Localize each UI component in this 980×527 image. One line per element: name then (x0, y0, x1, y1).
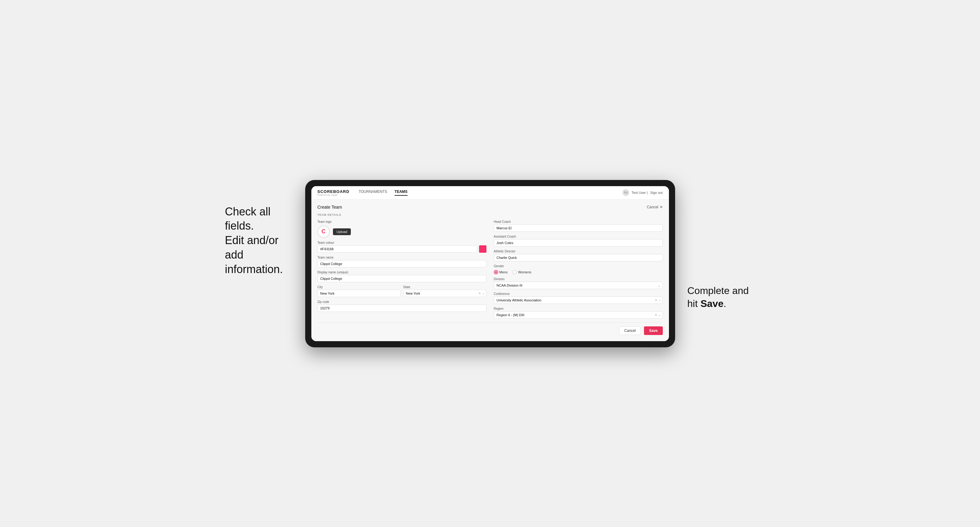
head-coach-input[interactable] (494, 224, 663, 232)
sign-out-link[interactable]: Sign out (650, 191, 662, 194)
form-footer: Cancel Save (318, 322, 663, 336)
assistant-coach-label: Assistant Coach (494, 235, 663, 238)
upload-button[interactable]: Upload (333, 229, 351, 235)
team-name-label: Team name (318, 256, 487, 259)
gender-radio-group: Mens Womens (494, 270, 663, 274)
app-logo: SCOREBOARD (318, 189, 350, 194)
conference-label: Conference (494, 292, 663, 295)
region-select[interactable]: Region II - (M) DIII (494, 311, 663, 319)
form-left: Team logo C Upload Team colour (318, 220, 487, 319)
division-select-wrapper: NCAA Division III ⌄ (494, 282, 663, 289)
form-grid: Team logo C Upload Team colour (318, 220, 663, 319)
region-label: Region (494, 307, 663, 310)
region-clear-icon[interactable]: × (655, 313, 657, 317)
state-dropdown-icon[interactable]: ⌄ (482, 292, 485, 295)
annotation-right: Complete and hit Save. (687, 284, 761, 310)
close-icon: ✕ (660, 205, 663, 209)
city-label: City (318, 286, 401, 289)
conference-field: Conference University Athletic Associati… (494, 292, 663, 304)
city-field: City (318, 286, 401, 297)
tablet-frame: SCOREBOARD Powered by clippd TOURNAMENTS… (305, 180, 675, 347)
division-field: Division NCAA Division III ⌄ (494, 277, 663, 289)
user-avatar: TU (622, 189, 629, 196)
conference-dropdown-icon[interactable]: ⌄ (659, 298, 661, 302)
tablet-screen: SCOREBOARD Powered by clippd TOURNAMENTS… (311, 186, 669, 341)
save-button[interactable]: Save (644, 326, 662, 335)
logo-area: SCOREBOARD Powered by clippd (318, 189, 350, 196)
state-clear-icon[interactable]: × (479, 291, 480, 295)
city-state-row: City State New York × (318, 286, 487, 297)
conference-select[interactable]: University Athletic Association (494, 297, 663, 304)
form-right: Head Coach Assistant Coach Athletic Dire… (494, 220, 663, 319)
region-field: Region Region II - (M) DIII × ⌄ (494, 307, 663, 319)
conference-clear-icon[interactable]: × (655, 298, 657, 302)
logo-subtitle: Powered by clippd (318, 194, 350, 196)
color-input-wrapper (318, 245, 487, 253)
team-colour-label: Team colour (318, 241, 487, 244)
display-name-label: Display name (unique) (318, 271, 487, 274)
state-label: State (403, 286, 487, 289)
gender-field: Gender Mens Womens (494, 264, 663, 274)
nav-user-area: TU Test User | Sign out (622, 189, 663, 196)
zip-input[interactable] (318, 305, 487, 312)
head-coach-field: Head Coach (494, 220, 663, 232)
nav-bar: SCOREBOARD Powered by clippd TOURNAMENTS… (311, 186, 669, 200)
state-select[interactable]: New York (403, 290, 487, 297)
head-coach-label: Head Coach (494, 220, 663, 224)
top-cancel-link[interactable]: Cancel ✕ (647, 205, 662, 209)
section-label: TEAM DETAILS (318, 213, 663, 216)
gender-womens-option[interactable]: Womens (512, 270, 531, 274)
assistant-coach-input[interactable] (494, 239, 663, 246)
athletic-director-field: Athletic Director (494, 250, 663, 261)
display-name-input[interactable] (318, 275, 487, 282)
team-logo-field: Team logo C Upload (318, 220, 487, 238)
city-input[interactable] (318, 290, 401, 297)
annotation-left: Check all fields. Edit and/or add inform… (225, 205, 299, 277)
division-select[interactable]: NCAA Division III (494, 282, 663, 289)
region-select-wrapper: Region II - (M) DIII × ⌄ (494, 311, 663, 319)
assistant-coach-field: Assistant Coach (494, 235, 663, 246)
user-label: Test User | (632, 191, 648, 194)
display-name-field: Display name (unique) (318, 271, 487, 282)
team-colour-input[interactable] (318, 245, 477, 253)
nav-teams[interactable]: TEAMS (395, 189, 407, 196)
team-name-field: Team name (318, 256, 487, 268)
zip-field: Zip code (318, 300, 487, 312)
gender-label: Gender (494, 264, 663, 268)
conference-select-wrapper: University Athletic Association × ⌄ (494, 297, 663, 304)
team-logo-circle: C (318, 225, 330, 238)
page-header: Create Team Cancel ✕ (318, 205, 663, 210)
state-select-wrapper: New York × ⌄ (403, 290, 487, 297)
team-logo-label: Team logo (318, 220, 487, 224)
nav-links: TOURNAMENTS TEAMS (358, 189, 622, 196)
womens-radio[interactable] (512, 270, 517, 274)
athletic-director-label: Athletic Director (494, 250, 663, 253)
division-label: Division (494, 277, 663, 281)
athletic-director-input[interactable] (494, 254, 663, 261)
logo-upload-area: C Upload (318, 225, 487, 238)
zip-label: Zip code (318, 300, 487, 303)
state-field: State New York × ⌄ (403, 286, 487, 297)
cancel-button[interactable]: Cancel (619, 326, 641, 335)
region-dropdown-icon[interactable]: ⌄ (659, 313, 661, 316)
mens-radio[interactable] (494, 270, 498, 274)
gender-mens-option[interactable]: Mens (494, 270, 508, 274)
team-name-input[interactable] (318, 260, 487, 268)
color-swatch[interactable] (479, 245, 487, 253)
main-content: Create Team Cancel ✕ TEAM DETAILS Team l… (311, 200, 669, 341)
team-colour-field: Team colour (318, 241, 487, 253)
nav-tournaments[interactable]: TOURNAMENTS (358, 189, 387, 196)
page-title: Create Team (318, 205, 342, 210)
